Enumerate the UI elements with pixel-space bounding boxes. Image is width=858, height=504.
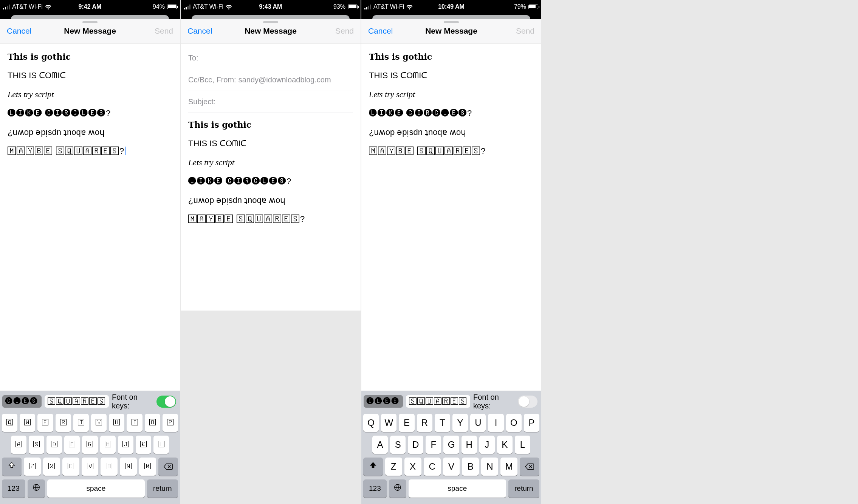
send-button[interactable]: Send [155, 26, 173, 36]
key-🄽[interactable]: 🄽 [120, 458, 137, 476]
body-line-script[interactable]: Lets try script [8, 90, 172, 99]
key-🄸[interactable]: 🄸 [127, 414, 142, 432]
key-🄱[interactable]: 🄱 [101, 458, 118, 476]
key-🄵[interactable]: 🄵 [64, 436, 80, 454]
key-I[interactable]: I [488, 414, 503, 432]
font-on-keys-toggle[interactable] [156, 396, 176, 408]
key-Q[interactable]: Q [363, 414, 379, 432]
cancel-button[interactable]: Cancel [368, 26, 393, 36]
shift-key[interactable] [363, 458, 383, 476]
key-🅆[interactable]: 🅆 [20, 414, 35, 432]
body-line-gothic[interactable]: This is gothic [188, 120, 353, 130]
compose-body[interactable]: This is gothic THIS IS ᑕOᗰIᑕ Lets try sc… [0, 43, 180, 391]
key-🄻[interactable]: 🄻 [153, 436, 169, 454]
key-🅂[interactable]: 🅂 [29, 436, 44, 454]
key-T[interactable]: T [435, 414, 450, 432]
shift-key[interactable] [2, 458, 22, 476]
key-🅉[interactable]: 🅉 [24, 458, 41, 476]
key-F[interactable]: F [426, 436, 441, 454]
globe-key[interactable] [389, 479, 406, 498]
key-🄲[interactable]: 🄲 [62, 458, 79, 476]
to-field[interactable]: To: [188, 47, 353, 69]
key-🅁[interactable]: 🅁 [56, 414, 71, 432]
suggestion-chip-2[interactable]: 🅂🅀🅄🄰🅁🄴🅂 [406, 395, 470, 408]
suggestion-chip-1[interactable]: 🅒🅛🅔🅢 [364, 395, 403, 408]
space-key[interactable]: space [47, 479, 144, 498]
key-G[interactable]: G [443, 436, 459, 454]
key-J[interactable]: J [479, 436, 495, 454]
key-U[interactable]: U [470, 414, 486, 432]
key-🄿[interactable]: 🄿 [163, 414, 178, 432]
compose-body[interactable]: This is gothic THIS IS ᑕOᗰIᑕ Lets try sc… [361, 43, 541, 391]
key-N[interactable]: N [481, 458, 498, 476]
return-key[interactable]: return [508, 479, 539, 498]
key-O[interactable]: O [506, 414, 522, 432]
key-B[interactable]: B [462, 458, 479, 476]
font-on-keys-toggle[interactable] [518, 396, 537, 408]
globe-key[interactable] [28, 479, 45, 498]
key-Y[interactable]: Y [452, 414, 468, 432]
key-Z[interactable]: Z [385, 458, 402, 476]
body-line-upside-down[interactable]: ¿uʍop ǝpᴉsdn ʇnoqɐ ʍoɥ [369, 127, 534, 137]
key-🄰[interactable]: 🄰 [11, 436, 26, 454]
suggestion-chip-1[interactable]: 🅒🅛🅔🅢 [2, 395, 42, 408]
key-P[interactable]: P [524, 414, 539, 432]
key-🄾[interactable]: 🄾 [145, 414, 160, 432]
body-line-script[interactable]: Lets try script [188, 158, 353, 167]
key-🅃[interactable]: 🅃 [73, 414, 89, 432]
body-line-circles[interactable]: 🅛🅘🅚🅔 🅒🅘🅡🅒🅛🅔🅢? [8, 108, 172, 118]
key-M[interactable]: M [500, 458, 517, 476]
numbers-key[interactable]: 123 [363, 479, 387, 498]
body-line-squares[interactable]: 🄼🄰🅈🄱🄴 🅂🅀🅄🄰🅁🄴🅂? [369, 146, 534, 156]
compose-body[interactable]: To: Cc/Bcc, From: sandy@idownloadblog.co… [181, 43, 361, 311]
cc-from-field[interactable]: Cc/Bcc, From: sandy@idownloadblog.com [188, 69, 353, 91]
key-A[interactable]: A [372, 436, 388, 454]
body-line-gothic[interactable]: This is gothic [369, 52, 534, 62]
cancel-button[interactable]: Cancel [187, 26, 212, 36]
key-E[interactable]: E [399, 414, 414, 432]
numbers-key[interactable]: 123 [2, 479, 25, 498]
key-🄶[interactable]: 🄶 [82, 436, 98, 454]
key-🄴[interactable]: 🄴 [37, 414, 53, 432]
return-key[interactable]: return [147, 479, 178, 498]
key-X[interactable]: X [404, 458, 421, 476]
key-W[interactable]: W [381, 414, 396, 432]
key-D[interactable]: D [408, 436, 423, 454]
body-line-upside-down[interactable]: ¿uʍop ǝpᴉsdn ʇnoqɐ ʍoɥ [188, 195, 353, 205]
key-L[interactable]: L [515, 436, 530, 454]
body-line-comic[interactable]: THIS IS ᑕOᗰIᑕ [188, 139, 353, 148]
key-R[interactable]: R [417, 414, 432, 432]
key-H[interactable]: H [462, 436, 477, 454]
key-🄷[interactable]: 🄷 [100, 436, 116, 454]
key-K[interactable]: K [497, 436, 513, 454]
body-line-squares[interactable]: 🄼🄰🅈🄱🄴 🅂🅀🅄🄰🅁🄴🅂? [188, 214, 353, 224]
body-line-comic[interactable]: THIS IS ᑕOᗰIᑕ [369, 71, 534, 80]
backspace-key[interactable] [158, 458, 178, 476]
key-V[interactable]: V [443, 458, 460, 476]
send-button[interactable]: Send [335, 26, 354, 36]
key-🅇[interactable]: 🅇 [43, 458, 60, 476]
sheet-grabber-icon[interactable] [444, 21, 459, 23]
key-🅅[interactable]: 🅅 [82, 458, 99, 476]
send-button[interactable]: Send [516, 26, 534, 36]
body-line-script[interactable]: Lets try script [369, 90, 534, 99]
key-🄹[interactable]: 🄹 [118, 436, 133, 454]
body-line-upside-down[interactable]: ¿uʍop ǝpᴉsdn ʇnoqɐ ʍoɥ [8, 127, 172, 137]
body-line-squares[interactable]: 🄼🄰🅈🄱🄴 🅂🅀🅄🄰🅁🄴🅂? [8, 146, 172, 156]
key-🅄[interactable]: 🅄 [109, 414, 124, 432]
cancel-button[interactable]: Cancel [7, 26, 31, 36]
space-key[interactable]: space [409, 479, 506, 498]
suggestion-chip-2[interactable]: 🅂🅀🅄🄰🅁🄴🅂 [45, 395, 109, 408]
key-🅀[interactable]: 🅀 [2, 414, 17, 432]
key-🅈[interactable]: 🅈 [91, 414, 107, 432]
body-line-circles[interactable]: 🅛🅘🅚🅔 🅒🅘🅡🅒🅛🅔🅢? [369, 108, 534, 118]
key-🄳[interactable]: 🄳 [46, 436, 62, 454]
sheet-grabber-icon[interactable] [82, 21, 98, 23]
key-🄺[interactable]: 🄺 [136, 436, 151, 454]
key-C[interactable]: C [424, 458, 441, 476]
backspace-key[interactable] [520, 458, 539, 476]
key-S[interactable]: S [390, 436, 406, 454]
sheet-grabber-icon[interactable] [263, 21, 278, 23]
key-🄼[interactable]: 🄼 [139, 458, 156, 476]
body-line-comic[interactable]: THIS IS ᑕOᗰIᑕ [8, 71, 172, 80]
